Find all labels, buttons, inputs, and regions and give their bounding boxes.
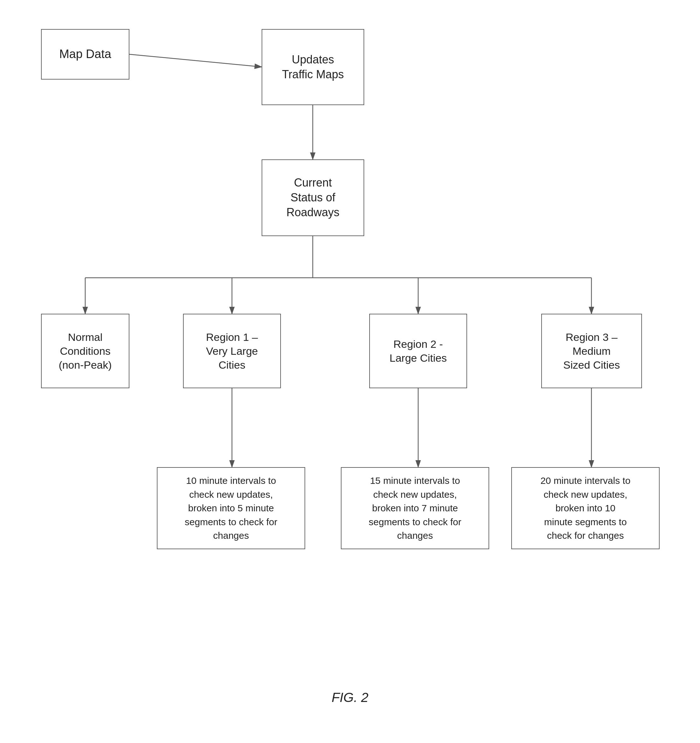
map-data-box: Map Data — [41, 29, 129, 80]
normal-conditions-box: NormalConditions(non-Peak) — [41, 314, 129, 388]
map-data-label: Map Data — [59, 46, 111, 62]
region2-box: Region 2 -Large Cities — [369, 314, 467, 388]
interval10-box: 10 minute intervals tocheck new updates,… — [157, 467, 305, 549]
region1-label: Region 1 –Very LargeCities — [206, 330, 258, 372]
figure-caption: FIG. 2 — [332, 690, 368, 705]
interval20-box: 20 minute intervals tocheck new updates,… — [511, 467, 660, 549]
interval15-label: 15 minute intervals tocheck new updates,… — [368, 474, 461, 543]
svg-line-1 — [129, 54, 262, 67]
interval15-box: 15 minute intervals tocheck new updates,… — [341, 467, 489, 549]
current-status-label: CurrentStatus ofRoadways — [286, 176, 339, 220]
current-status-box: CurrentStatus ofRoadways — [262, 159, 364, 236]
region3-box: Region 3 –MediumSized Cities — [541, 314, 642, 388]
diagram-container: Map Data UpdatesTraffic Maps CurrentStat… — [0, 0, 700, 743]
updates-traffic-box: UpdatesTraffic Maps — [262, 29, 364, 105]
region1-box: Region 1 –Very LargeCities — [183, 314, 281, 388]
region3-label: Region 3 –MediumSized Cities — [563, 330, 620, 372]
region2-label: Region 2 -Large Cities — [389, 337, 447, 365]
interval20-label: 20 minute intervals tocheck new updates,… — [540, 474, 630, 543]
updates-traffic-label: UpdatesTraffic Maps — [282, 52, 344, 82]
normal-conditions-label: NormalConditions(non-Peak) — [59, 330, 112, 372]
interval10-label: 10 minute intervals tocheck new updates,… — [185, 474, 277, 543]
